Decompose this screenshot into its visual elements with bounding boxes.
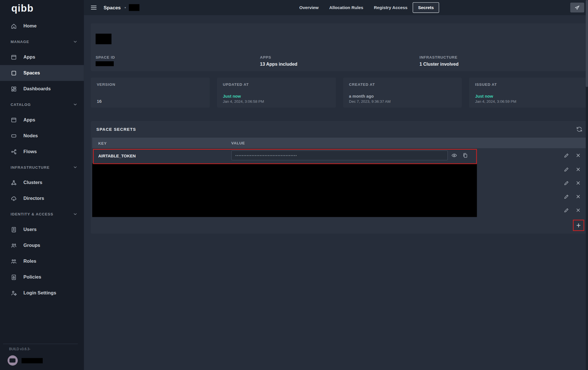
sidebar-section-catalog[interactable]: CATALOG bbox=[0, 97, 84, 112]
sidebar-section-manage[interactable]: MANAGE bbox=[0, 34, 84, 49]
roles-icon bbox=[10, 258, 17, 264]
redacted-space-name-crumb bbox=[129, 4, 140, 11]
breadcrumb-separator: • bbox=[125, 5, 126, 10]
infrastructure-label: INFRASTRUCTURE bbox=[419, 55, 583, 59]
edit-pencil-icon[interactable] bbox=[563, 166, 569, 172]
delete-x-icon[interactable] bbox=[575, 207, 581, 213]
stat-label: CREATED AT bbox=[349, 82, 456, 87]
apps-value: 13 Apps included bbox=[260, 62, 420, 67]
login-settings-icon bbox=[10, 290, 17, 296]
edit-pencil-icon[interactable] bbox=[563, 180, 569, 186]
spaces-icon bbox=[10, 70, 17, 76]
apps-block: APPS 13 Apps included bbox=[260, 55, 420, 67]
secret-value-input[interactable] bbox=[231, 151, 448, 161]
avatar[interactable] bbox=[8, 355, 18, 365]
edit-pencil-icon[interactable] bbox=[563, 152, 569, 158]
add-secret-button[interactable]: + bbox=[574, 221, 583, 230]
eye-icon[interactable] bbox=[451, 152, 457, 158]
sidebar-item-policies[interactable]: Policies bbox=[0, 269, 84, 285]
section-title: IDENTITY & ACCESS bbox=[10, 212, 53, 216]
delete-x-icon[interactable] bbox=[575, 166, 581, 172]
redacted-username bbox=[22, 358, 43, 363]
pin-icon bbox=[574, 5, 580, 10]
sidebar-item-apps-catalog[interactable]: Apps bbox=[0, 112, 84, 128]
sidebar-item-users[interactable]: Users bbox=[0, 222, 84, 238]
stat-value: 16 bbox=[97, 99, 204, 104]
breadcrumb[interactable]: Spaces bbox=[104, 5, 121, 10]
sidebar-item-roles[interactable]: Roles bbox=[0, 253, 84, 269]
sidebar-item-label: Policies bbox=[23, 275, 41, 280]
sidebar-item-clusters[interactable]: Clusters bbox=[0, 175, 84, 191]
stat-card-version: VERSION 16 bbox=[91, 78, 210, 108]
sidebar-item-nodes[interactable]: Nodes bbox=[0, 128, 84, 144]
tab-registry-access[interactable]: Registry Access bbox=[368, 2, 413, 13]
dashboards-icon bbox=[10, 85, 17, 92]
users-icon bbox=[10, 226, 17, 233]
scrollbar-thumb[interactable] bbox=[586, 0, 588, 87]
scale-wrap: qibb Home MANAGE Apps Spaces Dashboards bbox=[0, 0, 588, 370]
sidebar-item-label: Dashboards bbox=[23, 86, 51, 91]
sidebar-item-directors[interactable]: Directors bbox=[0, 191, 84, 206]
secret-row-airtable-token: AIRTABLE_TOKEN bbox=[92, 148, 587, 163]
edit-pencil-icon[interactable] bbox=[563, 194, 569, 200]
sidebar-section-identity[interactable]: IDENTITY & ACCESS bbox=[0, 206, 84, 221]
logo-row: qibb bbox=[0, 0, 84, 17]
qibb-logo[interactable]: qibb bbox=[11, 3, 34, 14]
sidebar-item-dashboards[interactable]: Dashboards bbox=[0, 81, 84, 97]
home-icon bbox=[10, 23, 17, 29]
sidebar-section-infrastructure[interactable]: INFRASTRUCTURE bbox=[0, 160, 84, 175]
policies-icon bbox=[10, 274, 17, 281]
stat-card-created-at: CREATED AT a month ago Dec 7, 2023, 9:36… bbox=[343, 78, 462, 108]
sidebar-item-label: Spaces bbox=[23, 70, 40, 76]
delete-x-icon[interactable] bbox=[575, 180, 581, 186]
copy-icon[interactable] bbox=[462, 152, 468, 158]
sidebar-item-label: Flows bbox=[23, 149, 37, 154]
redacted-secret-rows bbox=[92, 163, 477, 217]
stat-relative-time: a month ago bbox=[349, 94, 456, 98]
edit-pencil-icon[interactable] bbox=[563, 207, 569, 213]
secrets-title: SPACE SECRETS bbox=[96, 127, 136, 132]
stat-timestamp: Jan 4, 2024, 3:06:58 PM bbox=[223, 99, 330, 104]
redacted-space-title bbox=[96, 34, 111, 44]
nodes-icon bbox=[10, 132, 17, 139]
delete-x-icon[interactable] bbox=[575, 194, 581, 200]
sidebar: qibb Home MANAGE Apps Spaces Dashboards bbox=[0, 0, 84, 370]
infrastructure-value: 1 Cluster involved bbox=[419, 62, 583, 67]
sidebar-item-spaces[interactable]: Spaces bbox=[0, 65, 84, 81]
flows-icon bbox=[10, 148, 17, 155]
pin-button[interactable] bbox=[570, 3, 584, 12]
sidebar-item-apps-manage[interactable]: Apps bbox=[0, 49, 84, 65]
tab-allocation-rules[interactable]: Allocation Rules bbox=[324, 2, 369, 13]
directors-icon bbox=[10, 195, 17, 202]
section-title: INFRASTRUCTURE bbox=[10, 165, 50, 169]
secrets-table-header: KEY VALUE bbox=[92, 138, 587, 148]
refresh-icon[interactable] bbox=[576, 126, 583, 133]
clusters-icon bbox=[10, 179, 17, 186]
apps-icon bbox=[10, 117, 17, 123]
hamburger-menu-icon[interactable] bbox=[90, 4, 98, 11]
scrollbar[interactable] bbox=[586, 0, 588, 370]
column-header-key: KEY bbox=[98, 141, 107, 146]
sidebar-item-flows[interactable]: Flows bbox=[0, 144, 84, 159]
tab-bar: Overview Allocation Rules Registry Acces… bbox=[294, 0, 439, 15]
add-secret-row: + bbox=[91, 217, 588, 234]
user-row[interactable] bbox=[0, 355, 84, 365]
space-info-row: SPACE ID APPS 13 Apps included INFRASTRU… bbox=[96, 55, 583, 67]
sidebar-item-label: Apps bbox=[23, 117, 35, 123]
apps-label: APPS bbox=[260, 55, 420, 59]
delete-x-icon[interactable] bbox=[575, 152, 581, 158]
section-title: MANAGE bbox=[10, 40, 29, 44]
column-header-value: VALUE bbox=[231, 141, 245, 145]
space-overview-card: SPACE ID APPS 13 Apps included INFRASTRU… bbox=[91, 23, 588, 71]
tab-secrets[interactable]: Secrets bbox=[413, 2, 439, 13]
sidebar-item-groups[interactable]: Groups bbox=[0, 238, 84, 253]
chevron-down-icon bbox=[72, 102, 78, 107]
sidebar-item-login-settings[interactable]: Login Settings bbox=[0, 285, 84, 301]
sidebar-item-home[interactable]: Home bbox=[0, 18, 84, 34]
tab-overview[interactable]: Overview bbox=[294, 2, 324, 13]
stat-card-updated-at: UPDATED AT Just now Jan 4, 2024, 3:06:58… bbox=[217, 78, 336, 108]
chevron-down-icon bbox=[72, 164, 78, 170]
sidebar-item-label: Users bbox=[23, 227, 37, 232]
sidebar-item-label: Roles bbox=[23, 258, 36, 264]
secret-key: AIRTABLE_TOKEN bbox=[98, 153, 136, 158]
